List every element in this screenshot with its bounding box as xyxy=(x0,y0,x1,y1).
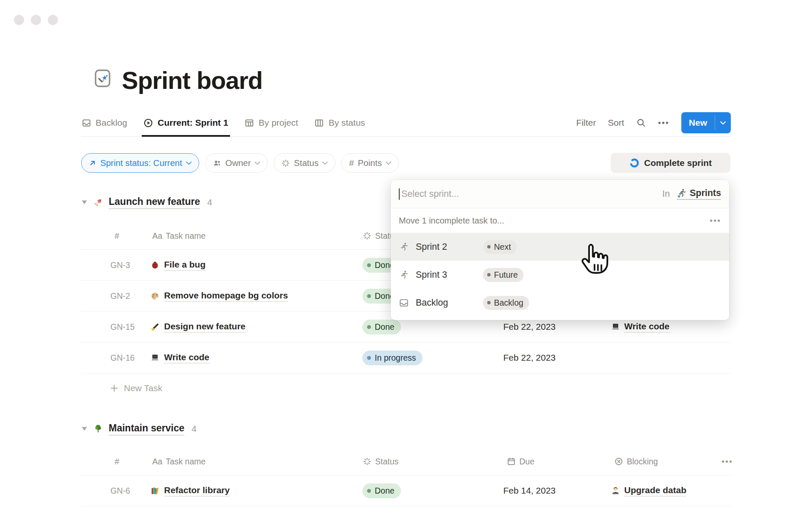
runner-icon xyxy=(399,242,409,252)
collapse-toggle-icon[interactable] xyxy=(81,200,88,205)
filter-bar: Sprint status: Current Owner Status # Po… xyxy=(81,153,399,173)
books-emoji xyxy=(150,486,160,496)
people-icon xyxy=(213,159,222,168)
new-button-group: New xyxy=(681,112,731,133)
spinner-icon xyxy=(281,159,290,168)
blocking-cell[interactable]: Upgrade datab xyxy=(610,475,718,506)
collapse-toggle-icon[interactable] xyxy=(81,426,88,431)
palette-emoji xyxy=(150,291,160,301)
filter-button[interactable]: Filter xyxy=(576,118,596,128)
view-tabs: Backlog Current: Sprint 1 By project By … xyxy=(81,109,731,137)
tab-by-project[interactable]: By project xyxy=(244,109,298,136)
table-header-row: # AaTask name Status Due Blocking ••• xyxy=(81,448,731,475)
sort-button[interactable]: Sort xyxy=(608,118,624,128)
sprint-search-input[interactable] xyxy=(401,189,656,199)
column-id[interactable]: # xyxy=(115,448,119,475)
window-minimize-button[interactable] xyxy=(31,15,41,25)
task-id: GN-16 xyxy=(110,342,149,373)
runner-star-icon xyxy=(677,188,687,199)
task-title-link[interactable]: Remove homepage bg colors xyxy=(164,290,288,302)
task-title-link[interactable]: Design new feature xyxy=(164,321,246,333)
task-id: GN-15 xyxy=(110,312,149,342)
rocket-emoji xyxy=(93,197,103,207)
column-status[interactable]: Status xyxy=(362,448,398,475)
sprint-board-page: Sprint board Backlog Current: Sprint 1 B… xyxy=(0,0,812,508)
status-cell[interactable]: Done xyxy=(362,475,502,506)
due-cell[interactable]: Feb 14, 2023 xyxy=(503,475,609,506)
task-id: GN-3 xyxy=(110,250,149,280)
task-id: GN-6 xyxy=(110,475,149,506)
technologist-emoji xyxy=(610,486,620,496)
laptop-emoji xyxy=(150,353,160,363)
group-title[interactable]: Maintain service xyxy=(109,422,184,436)
spinner-icon xyxy=(362,457,372,466)
lady-beetle-emoji xyxy=(150,260,160,270)
column-blocking[interactable]: Blocking xyxy=(614,448,658,475)
calendar-icon xyxy=(507,457,516,466)
column-id[interactable]: # xyxy=(115,222,119,249)
page-title[interactable]: Sprint board xyxy=(122,66,263,94)
window-zoom-button[interactable] xyxy=(48,15,58,25)
task-title-link[interactable]: File a bug xyxy=(164,260,206,271)
search-icon[interactable] xyxy=(636,118,646,128)
tree-emoji xyxy=(93,424,103,434)
complete-sprint-button[interactable]: Complete sprint xyxy=(611,153,730,173)
blocked-circle-icon xyxy=(614,457,623,466)
points-filter-chip[interactable]: # Points xyxy=(341,153,399,173)
refresh-circle-icon xyxy=(629,158,639,168)
sprint-tag: Next xyxy=(483,240,517,254)
chevron-down-icon xyxy=(322,161,328,165)
runner-icon xyxy=(399,270,409,280)
text-caret xyxy=(399,188,400,200)
tab-by-status[interactable]: By status xyxy=(314,109,365,136)
table-row[interactable]: GN-16 Write code In progress Feb 22, 202… xyxy=(81,342,731,373)
sprint-tag: Future xyxy=(483,268,524,282)
sprints-database-link[interactable]: Sprints xyxy=(677,188,721,200)
sprint-status-filter-chip[interactable]: Sprint status: Current xyxy=(81,153,199,173)
dropdown-more-icon[interactable]: ••• xyxy=(710,216,721,226)
checkbox-star-icon[interactable] xyxy=(94,69,116,92)
group-title[interactable]: Launch new feature xyxy=(109,196,200,209)
tab-current-sprint[interactable]: Current: Sprint 1 xyxy=(143,109,228,136)
task-id: GN-2 xyxy=(110,281,149,311)
status-filter-chip[interactable]: Status xyxy=(274,153,335,173)
option-sprint-3[interactable]: Sprint 3 Future xyxy=(391,261,729,289)
new-button-caret[interactable] xyxy=(715,112,731,133)
option-backlog[interactable]: Backlog Backlog xyxy=(391,289,729,317)
sprint-tag: Backlog xyxy=(483,296,529,310)
option-sprint-2[interactable]: Sprint 2 Next xyxy=(391,233,729,261)
more-columns-icon[interactable]: ••• xyxy=(721,448,733,475)
chevron-down-icon xyxy=(186,161,192,165)
column-task-name[interactable]: AaTask name xyxy=(152,222,206,249)
table-row[interactable]: GN-6 Refactor library Done Feb 14, 2023 … xyxy=(81,475,731,506)
owner-filter-chip[interactable]: Owner xyxy=(205,153,268,173)
group-count: 4 xyxy=(192,424,197,434)
chevron-down-icon xyxy=(255,161,260,165)
more-options-icon[interactable]: ••• xyxy=(658,118,669,128)
new-task-button[interactable]: New Task xyxy=(81,373,731,403)
sprint-search-row: In Sprints xyxy=(391,180,729,208)
inbox-icon xyxy=(81,118,91,128)
status-cell[interactable]: In progress xyxy=(362,342,502,373)
board-columns-icon xyxy=(314,118,324,128)
inbox-icon xyxy=(399,298,409,308)
section-maintain-service: Maintain service 4 # AaTask name Status … xyxy=(81,419,731,506)
task-title-link[interactable]: Refactor library xyxy=(164,485,230,497)
column-task-name[interactable]: AaTask name xyxy=(152,448,206,475)
chevron-down-icon xyxy=(386,161,391,165)
tab-backlog[interactable]: Backlog xyxy=(81,109,127,136)
due-cell[interactable]: Feb 22, 2023 xyxy=(503,342,609,373)
table-icon xyxy=(244,118,255,128)
hash-icon: # xyxy=(349,158,354,168)
task-title-link[interactable]: Write code xyxy=(164,352,209,364)
column-due[interactable]: Due xyxy=(507,448,535,475)
in-label: In xyxy=(662,189,670,199)
writing-hand-emoji xyxy=(150,322,160,332)
new-button[interactable]: New xyxy=(681,112,715,133)
group-count: 4 xyxy=(207,197,212,207)
move-sprint-dropdown: In Sprints Move 1 incomplete task to... … xyxy=(391,180,729,320)
play-circle-icon xyxy=(143,118,154,128)
move-hint-row: Move 1 incomplete task to... ••• xyxy=(391,208,729,233)
window-close-button[interactable] xyxy=(14,15,24,25)
arrow-up-right-icon xyxy=(89,159,96,167)
